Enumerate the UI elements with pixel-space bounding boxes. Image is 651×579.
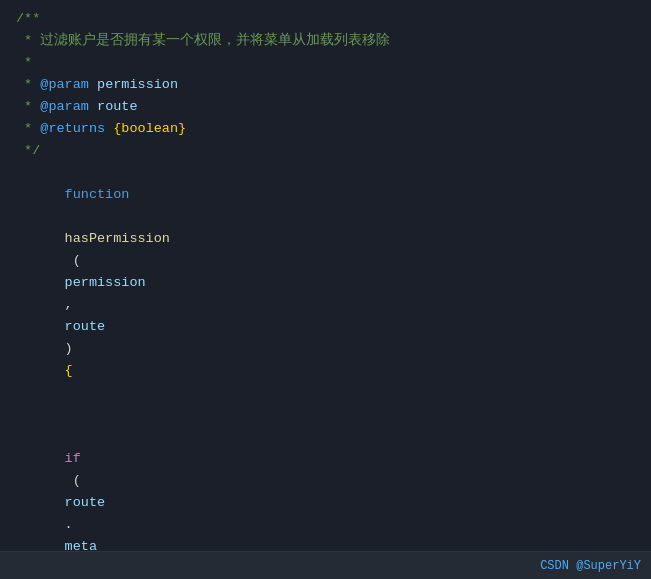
code-line-8: function hasPermission ( permission , ro…	[0, 162, 651, 404]
code-line-9: if ( route . meta && route . meta . perm…	[0, 404, 651, 551]
status-bar: CSDN @SuperYiY	[0, 551, 651, 579]
code-line-7: */	[0, 140, 651, 162]
code-line-3: *	[0, 52, 651, 74]
code-editor: /** * 过滤账户是否拥有某一个权限，并将菜单从加载列表移除 * * @par…	[0, 0, 651, 551]
code-line-6: * @returns {boolean}	[0, 118, 651, 140]
code-line-1: /**	[0, 8, 651, 30]
code-line-2: * 过滤账户是否拥有某一个权限，并将菜单从加载列表移除	[0, 30, 651, 52]
code-line-4: * @param permission	[0, 74, 651, 96]
watermark: CSDN @SuperYiY	[540, 559, 641, 573]
code-line-5: * @param route	[0, 96, 651, 118]
